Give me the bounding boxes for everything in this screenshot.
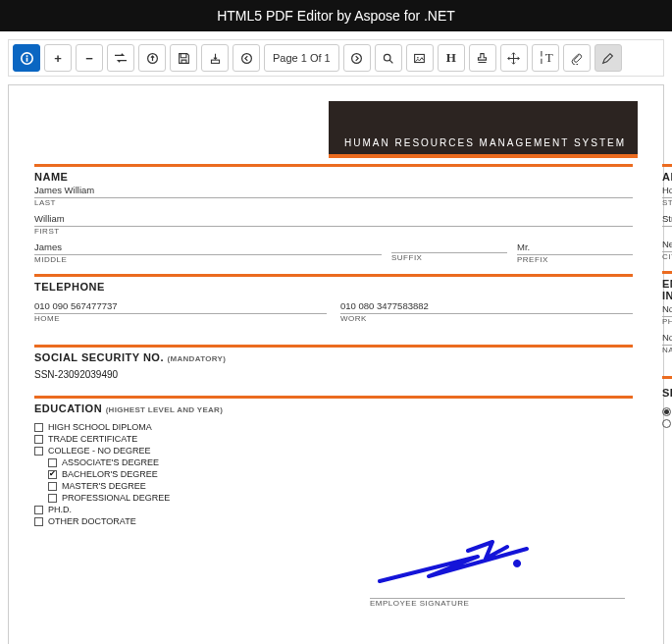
banner: HUMAN RESOURCES MANAGEMENT SYSTEM [329,101,638,154]
radio-male[interactable]: MALE [662,406,672,416]
radio-female[interactable]: FEMALE [662,418,672,428]
attachment-button[interactable] [563,44,591,72]
emergency-section-title: EMERGENCY CONTACT INFORMATION [662,278,672,301]
signature-area[interactable]: EMPLOYEE SIGNATURE [370,537,625,612]
emergency-phone-top[interactable]: None [662,301,672,317]
name-suffix[interactable] [391,240,507,253]
info-button[interactable] [13,44,40,72]
ssn-value[interactable]: SSN-23092039490 [34,369,633,380]
add-button[interactable]: + [44,44,72,72]
next-page-button[interactable] [343,44,371,72]
chk-professional[interactable]: PROFESSIONAL DEGREE [48,493,633,503]
chk-trade[interactable]: TRADE CERTIFICATE [34,434,633,444]
text-cursor-button[interactable]: ╎T [532,44,559,72]
chk-masters[interactable]: MASTER'S DEGREE [48,481,633,491]
toolbar: + − Page 1 Of 1 H ╎T [8,39,664,77]
sex-section-title: SEX [662,387,672,399]
left-column: NAME James William LAST William FIRST Ja… [34,164,633,528]
svg-rect-4 [211,60,219,63]
address-line1[interactable]: House 182993| [662,183,672,198]
image-button[interactable] [406,44,434,72]
chk-other[interactable]: OTHER DOCTORATE [34,516,633,526]
page-indicator: Page 1 Of 1 [264,44,339,72]
signature-label: EMPLOYEE SIGNATURE [370,599,625,608]
banner-accent [329,154,638,158]
telephone-section-title: TELEPHONE [34,281,633,293]
chk-highschool[interactable]: HIGH SCHOOL DIPLOMA [34,422,633,432]
upload-button[interactable] [138,44,166,72]
emergency-name[interactable]: None [662,330,672,346]
phone-work[interactable]: 010 080 3477583882 [340,298,633,314]
signature-drawing [370,537,566,596]
name-full[interactable]: James William [34,183,633,198]
education-section-title: EDUCATION (HIGHEST LEVEL AND YEAR) [34,402,633,414]
phone-home[interactable]: 010 090 567477737 [34,298,327,314]
svg-point-9 [417,56,419,58]
right-column: ADDRESS House 182993| STREET Street 883 … [662,164,672,528]
svg-point-5 [241,53,251,63]
search-button[interactable] [375,44,402,72]
name-section-title: NAME [34,171,633,183]
address-street[interactable]: Street 883 [662,211,672,227]
svg-rect-1 [26,57,27,61]
address-city[interactable]: New York City [662,237,672,252]
stamp-button[interactable] [469,44,496,72]
remove-button[interactable]: − [76,44,103,72]
export-button[interactable] [201,44,229,72]
prev-page-button[interactable] [233,44,260,72]
svg-rect-2 [26,55,27,57]
app-title: HTML5 PDF Editor by Aspose for .NET [217,8,455,24]
name-last[interactable]: William [34,211,633,227]
chk-bachelors[interactable]: BACHELOR'S DEGREE [48,469,633,479]
app-header: HTML5 PDF Editor by Aspose for .NET [0,0,672,31]
draw-button[interactable] [594,44,622,72]
chk-phd[interactable]: PH.D. [34,505,633,514]
ssn-section-title: SOCIAL SECURITY NO. (MANDATORY) [34,351,633,363]
chk-college[interactable]: COLLEGE - NO DEGREE [34,446,633,456]
heading-button[interactable]: H [438,44,465,72]
chk-associates[interactable]: ASSOCIATE'S DEGREE [48,457,633,467]
editor-canvas[interactable]: HUMAN RESOURCES MANAGEMENT SYSTEM NAME J… [8,84,664,644]
pdf-page: HUMAN RESOURCES MANAGEMENT SYSTEM NAME J… [17,93,655,643]
name-first[interactable]: James [34,240,382,255]
save-button[interactable] [170,44,197,72]
name-prefix[interactable]: Mr. [517,240,633,255]
swap-button[interactable] [107,44,134,72]
move-button[interactable] [500,44,528,72]
svg-point-6 [352,53,362,63]
svg-point-7 [385,54,391,61]
address-section-title: ADDRESS [662,171,672,183]
